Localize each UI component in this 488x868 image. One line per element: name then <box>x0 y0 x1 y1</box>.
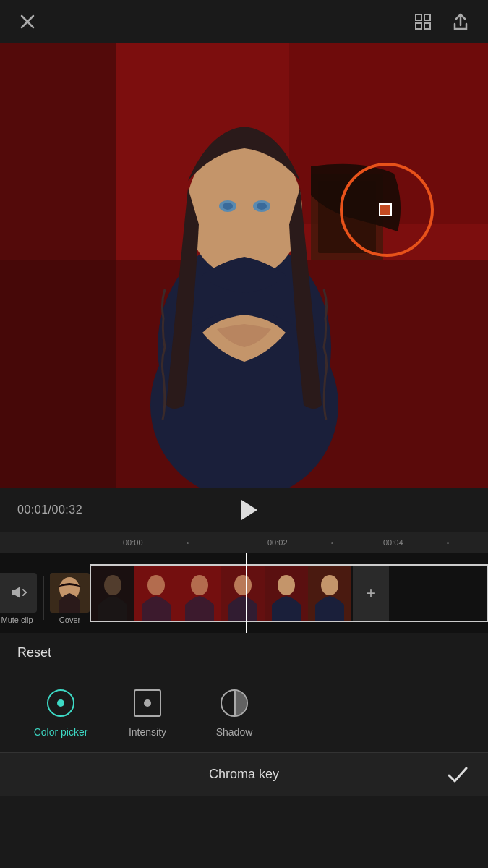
svg-line-22 <box>23 592 26 595</box>
tool-color-picker[interactable]: Color picker <box>17 676 104 749</box>
svg-rect-2 <box>416 14 421 20</box>
confirm-button[interactable] <box>445 762 471 788</box>
mute-button[interactable]: Mute clip <box>0 573 37 624</box>
fullscreen-button[interactable] <box>410 9 436 35</box>
play-icon <box>241 500 257 520</box>
svg-rect-5 <box>424 23 430 29</box>
tool-intensity[interactable]: Intensity <box>104 676 191 749</box>
cover-button[interactable]: Cover <box>50 573 90 624</box>
svg-rect-4 <box>416 23 421 29</box>
current-time: 00:01 <box>17 503 48 516</box>
tool-shadow[interactable]: Shadow <box>191 676 278 749</box>
film-frame-2 <box>134 565 178 621</box>
timeline-marker-1: 00:02 <box>267 538 288 547</box>
play-button[interactable] <box>232 494 264 526</box>
tools-area: Reset Color picker Intensity <box>0 633 488 752</box>
film-frame-4 <box>221 565 265 621</box>
timeline-marker-0: 00:00 <box>123 538 143 547</box>
playback-controls: 00:01/00:32 <box>0 488 488 532</box>
reset-row: Reset <box>17 633 471 673</box>
add-icon: + <box>366 583 376 603</box>
mute-label: Mute clip <box>1 616 33 624</box>
svg-point-16 <box>223 203 233 210</box>
reset-button[interactable]: Reset <box>17 645 51 660</box>
svg-point-26 <box>104 575 121 595</box>
timeline-marker-2: 00:04 <box>383 538 403 547</box>
shadow-label: Shadow <box>216 726 253 738</box>
svg-marker-20 <box>12 587 20 598</box>
film-frame-6 <box>308 565 351 621</box>
add-clip-button[interactable]: + <box>353 565 389 621</box>
cover-label: Cover <box>59 616 80 624</box>
svg-point-37 <box>278 575 295 595</box>
svg-rect-32 <box>178 565 221 621</box>
svg-point-17 <box>257 203 267 210</box>
svg-rect-3 <box>424 14 430 20</box>
top-bar-right-icons <box>410 9 474 35</box>
timeline-bar[interactable]: 00:00 00:02 00:04 <box>0 532 488 553</box>
intensity-label: Intensity <box>129 726 166 738</box>
svg-point-39 <box>321 575 338 595</box>
intensity-icon <box>132 687 163 719</box>
total-time: 00:32 <box>52 503 83 516</box>
shadow-icon <box>218 687 250 719</box>
time-display: 00:01/00:32 <box>17 503 82 516</box>
tool-items-row: Color picker Intensity Shadow <box>17 673 471 752</box>
chroma-key-label: Chroma key <box>209 767 279 782</box>
color-picker-icon <box>45 687 77 719</box>
filmstrip-area: Mute clip Cover <box>0 553 488 633</box>
filmstrip-left-tools: Mute clip Cover <box>0 553 87 633</box>
film-frame-3 <box>178 565 221 621</box>
color-picker-label: Color picker <box>34 726 88 738</box>
film-frame-1 <box>91 565 134 621</box>
close-button[interactable] <box>14 9 40 35</box>
film-frame-5 <box>265 565 308 621</box>
playhead <box>246 553 247 633</box>
video-preview[interactable] <box>0 43 488 488</box>
svg-rect-29 <box>134 565 178 621</box>
svg-rect-35 <box>221 565 265 621</box>
svg-rect-10 <box>0 43 116 488</box>
bottom-bar: Chroma key <box>0 752 488 796</box>
share-button[interactable] <box>448 9 474 35</box>
top-bar <box>0 0 488 43</box>
